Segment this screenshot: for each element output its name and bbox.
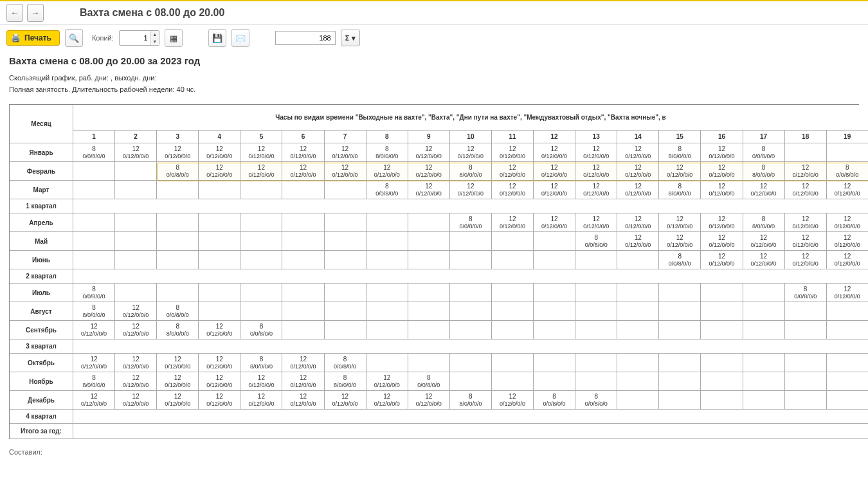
grid-icon: ▦ xyxy=(170,33,177,43)
save-button[interactable]: 💾 xyxy=(208,29,226,47)
spinner-up-icon[interactable]: ▲ xyxy=(151,31,159,38)
sum-button[interactable]: Σ ▾ xyxy=(341,30,361,46)
email-icon: ✉️ xyxy=(235,33,246,43)
printer-icon: 🖨️ xyxy=(11,33,21,42)
spinner-down-icon[interactable]: ▼ xyxy=(151,38,159,45)
back-button[interactable]: ← xyxy=(6,4,23,22)
copies-spinner[interactable]: ▲ ▼ xyxy=(119,30,159,46)
page-title: Вахта смена с 08.00 до 20.00 xyxy=(80,7,224,19)
grid-settings-button[interactable]: ▦ xyxy=(165,29,183,47)
magnifier-icon: 🔍 xyxy=(69,33,79,43)
copies-input[interactable] xyxy=(120,31,150,45)
page-input[interactable] xyxy=(275,31,336,45)
preview-button[interactable]: 🔍 xyxy=(65,29,83,47)
sigma-icon: Σ xyxy=(345,34,350,42)
copies-label: Копий: xyxy=(92,34,114,42)
forward-button[interactable]: → xyxy=(27,4,44,22)
email-button[interactable]: ✉️ xyxy=(231,29,249,47)
topbar: ← → Вахта смена с 08.00 до 20.00 xyxy=(0,0,868,25)
print-label: Печать xyxy=(24,33,51,42)
print-button[interactable]: 🖨️ Печать xyxy=(6,30,60,46)
save-icon: 💾 xyxy=(212,33,222,43)
chevron-down-icon: ▾ xyxy=(352,34,356,42)
content-area: Вахта смена с 08.00 до 20.00 за 2023 год… xyxy=(0,50,868,53)
toolbar: 🖨️ Печать 🔍 Копий: ▲ ▼ ▦ 💾 ✉️ Σ ▾ xyxy=(0,25,868,53)
